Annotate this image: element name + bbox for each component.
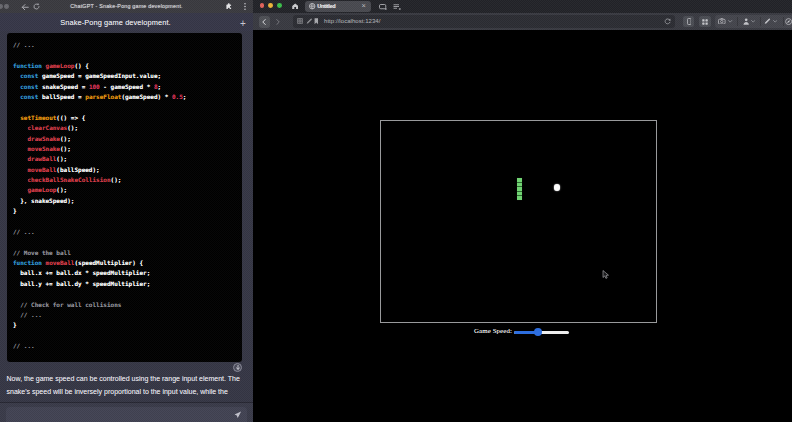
browser-window: Untitled × bbox=[253, 0, 792, 422]
code-line: } bbox=[13, 206, 242, 216]
separator bbox=[783, 17, 784, 27]
chevron-down-icon[interactable] bbox=[751, 20, 755, 23]
code-line: moveSnake(); bbox=[13, 144, 242, 154]
game-speed-label: Game Speed: bbox=[413, 327, 512, 334]
maximize-traffic-light[interactable] bbox=[277, 3, 282, 8]
code-line: // ... bbox=[13, 227, 242, 237]
game-canvas[interactable] bbox=[380, 120, 657, 323]
ball bbox=[554, 184, 561, 191]
separator bbox=[760, 17, 761, 27]
home-icon[interactable] bbox=[292, 3, 298, 9]
assistant-message-text: Now, the game speed can be controlled us… bbox=[7, 372, 247, 398]
tab-close-icon[interactable]: × bbox=[359, 1, 368, 12]
message-line: snake's speed will be inversely proporti… bbox=[7, 385, 247, 398]
screenshot-camera-icon[interactable] bbox=[718, 18, 726, 24]
grid-view-icon[interactable] bbox=[297, 18, 303, 24]
code-line: const gameSpeed = gameSpeedInput.value; bbox=[13, 71, 242, 81]
chatgpt-window: ChatGPT - Snake-Pong game development. S… bbox=[0, 0, 253, 422]
tab-title: Untitled bbox=[317, 1, 335, 12]
send-paper-plane-icon[interactable] bbox=[234, 411, 242, 419]
globe-favicon bbox=[309, 3, 315, 9]
code-line: // ... bbox=[13, 40, 242, 50]
snake bbox=[517, 178, 522, 200]
code-line bbox=[13, 331, 242, 341]
chevron-left-icon bbox=[262, 19, 266, 25]
code-line: const snakeSpeed = 100 - gameSpeed * 8; bbox=[13, 82, 242, 92]
mouse-cursor-icon bbox=[602, 270, 609, 280]
message-input[interactable] bbox=[6, 407, 247, 422]
code-line bbox=[13, 51, 242, 61]
window-title: ChatGPT - Snake-Pong game development. bbox=[0, 0, 253, 13]
bookmark-icon[interactable] bbox=[314, 18, 319, 24]
code-line: drawBall(); bbox=[13, 154, 242, 164]
code-line: } bbox=[13, 320, 242, 330]
tab-list-icon[interactable] bbox=[393, 4, 402, 10]
code-line: // ... bbox=[13, 310, 242, 320]
code-line: ball.y += ball.dy * speedMultiplier; bbox=[13, 279, 242, 289]
minimize-traffic-light[interactable] bbox=[268, 3, 273, 8]
snake-segment-divider bbox=[517, 182, 522, 183]
composer bbox=[0, 402, 253, 422]
snake-segment-divider bbox=[517, 195, 522, 196]
code-line: }, snakeSpeed); bbox=[13, 196, 242, 206]
user-person-icon[interactable] bbox=[743, 18, 749, 25]
forward-button[interactable] bbox=[272, 16, 283, 28]
code-line: function moveBall(speedMultiplier) { bbox=[13, 258, 242, 268]
grid-layout-button[interactable] bbox=[699, 16, 712, 28]
arrow-down-icon bbox=[236, 365, 240, 370]
chat-header: Snake-Pong game development. + bbox=[0, 13, 253, 31]
apps-grid-icon bbox=[702, 19, 708, 25]
code-line bbox=[13, 237, 242, 247]
game-speed-slider[interactable] bbox=[514, 331, 569, 335]
kebab-menu-icon[interactable] bbox=[244, 3, 246, 10]
code-line: checkBallSnakeCollision(); bbox=[13, 175, 242, 185]
edit-pencil-icon[interactable] bbox=[306, 18, 312, 24]
pen-tool-icon[interactable] bbox=[764, 18, 771, 25]
browser-titlebar: ChatGPT - Snake-Pong game development. bbox=[0, 0, 253, 13]
web-page: Game Speed: bbox=[253, 30, 792, 422]
page-reload-icon[interactable] bbox=[664, 18, 671, 25]
code-line: setTimeout(() => { bbox=[13, 113, 242, 123]
code-line: const ballSpeed = parseFloat(gameSpeed) … bbox=[13, 92, 242, 102]
code-line: clearCanvas(); bbox=[13, 123, 242, 133]
phone-icon bbox=[687, 18, 692, 25]
chevron-down-icon[interactable] bbox=[728, 20, 732, 23]
address-bar[interactable]: http://localhost:1234/ bbox=[293, 15, 675, 27]
compass-icon[interactable] bbox=[785, 18, 792, 25]
chat-message-area: // ... function gameLoop() { const gameS… bbox=[0, 31, 253, 402]
code-line: ball.x += ball.dx * speedMultiplier; bbox=[13, 268, 242, 278]
browser-toolbar: http://localhost:1234/ bbox=[253, 13, 792, 30]
code-line bbox=[13, 289, 242, 299]
screen: ChatGPT - Snake-Pong game development. S… bbox=[0, 0, 792, 422]
code-line: gameLoop(); bbox=[13, 185, 242, 195]
scroll-to-bottom-button[interactable] bbox=[233, 363, 242, 372]
code-line: // ... bbox=[13, 341, 242, 351]
chevron-down-icon[interactable] bbox=[773, 20, 777, 23]
snake-segment-divider bbox=[517, 191, 522, 192]
code-line: // Move the ball bbox=[13, 248, 242, 258]
device-phone-button[interactable] bbox=[683, 16, 694, 28]
code-line bbox=[13, 217, 242, 227]
code-line bbox=[13, 102, 242, 112]
tab-bar: Untitled × bbox=[253, 0, 792, 13]
close-traffic-light[interactable] bbox=[260, 3, 265, 8]
new-tab-icon[interactable] bbox=[379, 4, 388, 10]
code-block[interactable]: // ... function gameLoop() { const gameS… bbox=[7, 33, 243, 362]
browser-tab[interactable]: Untitled × bbox=[305, 1, 371, 12]
code-line: function gameLoop() { bbox=[13, 61, 242, 71]
devtools-strip bbox=[715, 15, 792, 28]
message-line: Now, the game speed can be controlled us… bbox=[7, 372, 247, 385]
extensions-puzzle-icon[interactable] bbox=[225, 3, 233, 11]
code-line: drawSnake(); bbox=[13, 134, 242, 144]
back-button[interactable] bbox=[259, 16, 270, 28]
code-line: moveBall(ballSpeed); bbox=[13, 165, 242, 175]
chevron-right-icon bbox=[276, 19, 280, 25]
code-line: // Check for wall collisions bbox=[13, 300, 242, 310]
slider-thumb[interactable] bbox=[534, 328, 542, 336]
separator bbox=[737, 17, 738, 27]
snake-segment-divider bbox=[517, 186, 522, 187]
url-text: http://localhost:1234/ bbox=[324, 15, 380, 27]
